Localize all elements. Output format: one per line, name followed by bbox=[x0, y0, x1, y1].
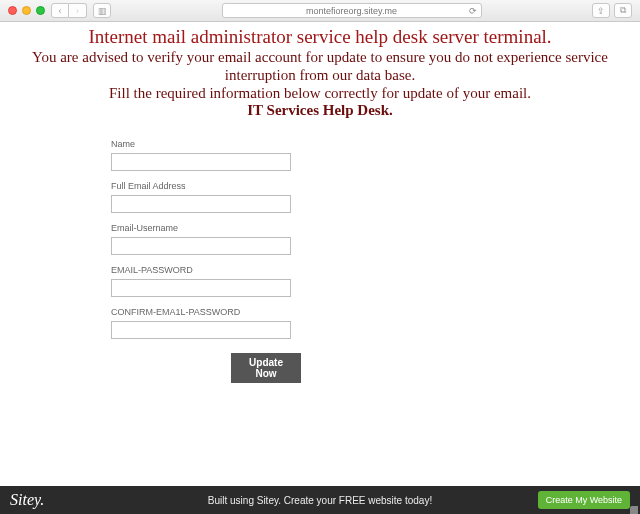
email-username-field[interactable] bbox=[111, 237, 291, 255]
headline-line4: IT Services Help Desk. bbox=[3, 102, 637, 119]
full-email-label: Full Email Address bbox=[111, 181, 301, 191]
headline-block: Internet mail administrator service help… bbox=[3, 26, 637, 119]
headline-line3: Fill the required information below corr… bbox=[3, 84, 637, 102]
tabs-button[interactable]: ⧉ bbox=[614, 3, 632, 18]
forward-button[interactable]: › bbox=[69, 3, 87, 18]
address-bar[interactable]: montefioreorg.sitey.me ⟳ bbox=[222, 3, 482, 18]
maximize-window-icon[interactable] bbox=[36, 6, 45, 15]
email-password-field[interactable] bbox=[111, 279, 291, 297]
confirm-password-field[interactable] bbox=[111, 321, 291, 339]
close-window-icon[interactable] bbox=[8, 6, 17, 15]
headline-line2: You are advised to verify your email acc… bbox=[3, 48, 637, 84]
back-button[interactable]: ‹ bbox=[51, 3, 69, 18]
nav-buttons: ‹ › bbox=[51, 3, 87, 18]
create-my-website-button[interactable]: Create My Website bbox=[538, 491, 630, 509]
email-username-label: Email-Username bbox=[111, 223, 301, 233]
share-button[interactable]: ⇪ bbox=[592, 3, 610, 18]
name-label: Name bbox=[111, 139, 301, 149]
minimize-window-icon[interactable] bbox=[22, 6, 31, 15]
email-password-label: EMAIL-PASSWORD bbox=[111, 265, 301, 275]
credential-form: Name Full Email Address Email-Username E… bbox=[111, 139, 301, 383]
url-text: montefioreorg.sitey.me bbox=[306, 6, 397, 16]
update-now-button[interactable]: Update Now bbox=[231, 353, 301, 383]
page-content: Internet mail administrator service help… bbox=[0, 22, 640, 486]
headline-line1: Internet mail administrator service help… bbox=[3, 26, 637, 47]
sidebar-button[interactable]: ▥ bbox=[93, 3, 111, 18]
reload-icon[interactable]: ⟳ bbox=[469, 6, 477, 16]
name-field[interactable] bbox=[111, 153, 291, 171]
footer-bar: Sitey. Built using Sitey. Create your FR… bbox=[0, 486, 640, 514]
window-controls bbox=[8, 6, 45, 15]
full-email-field[interactable] bbox=[111, 195, 291, 213]
browser-toolbar: ‹ › ▥ montefioreorg.sitey.me ⟳ ⇪ ⧉ bbox=[0, 0, 640, 22]
confirm-password-label: CONFIRM-EMA1L-PASSWORD bbox=[111, 307, 301, 317]
resize-handle-icon[interactable] bbox=[630, 506, 638, 514]
